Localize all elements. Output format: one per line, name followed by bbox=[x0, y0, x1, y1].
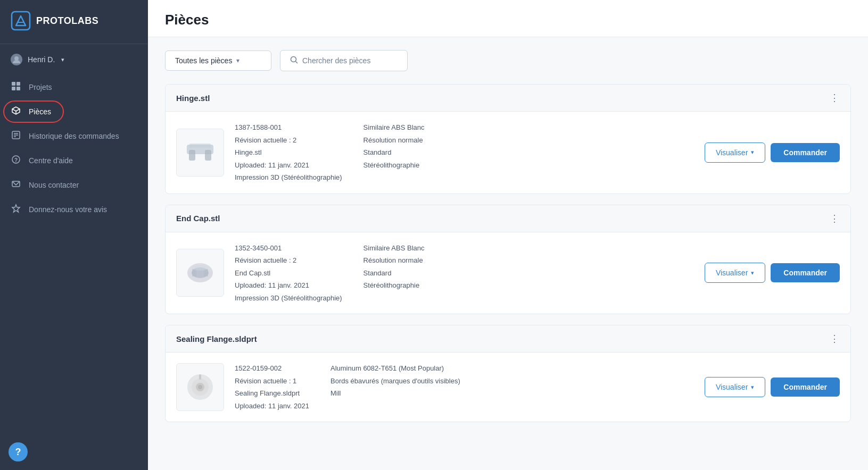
part-process: Impression 3D (Stéréolithographie) bbox=[235, 172, 342, 183]
sidebar: PROTOLABS Henri D. ▾ Projets bbox=[0, 0, 148, 470]
commander-button[interactable]: Commander bbox=[771, 263, 840, 282]
svg-rect-6 bbox=[12, 87, 15, 90]
part-reference: 1387-1588-001 bbox=[235, 122, 342, 133]
filter-select-label: Toutes les pièces bbox=[175, 56, 232, 65]
part-filename: Sealing Flange.sldprt bbox=[235, 388, 309, 399]
svg-rect-26 bbox=[204, 269, 208, 276]
part-reference: 1522-0159-002 bbox=[235, 363, 309, 374]
part-upload: Uploaded: 11 janv. 2021 bbox=[235, 280, 342, 291]
star-icon bbox=[11, 204, 21, 215]
part-material: Similaire ABS Blanc bbox=[363, 122, 425, 133]
sidebar-item-avis[interactable]: Donnez-nous votre avis bbox=[0, 197, 148, 222]
sidebar-item-pieces[interactable]: Pièces bbox=[0, 99, 148, 124]
visualiser-button[interactable]: Visualiser ▾ bbox=[705, 142, 765, 163]
commander-button[interactable]: Commander bbox=[771, 377, 840, 397]
visualiser-label: Visualiser bbox=[716, 268, 748, 277]
sidebar-item-label: Pièces bbox=[29, 107, 51, 116]
svg-marker-1 bbox=[16, 16, 26, 26]
part-finish: Standard bbox=[363, 268, 425, 279]
sidebar-item-label: Projets bbox=[29, 83, 52, 91]
sidebar-bottom: ? bbox=[0, 434, 148, 470]
sidebar-item-historique[interactable]: Historique des commandes bbox=[0, 124, 148, 148]
part-material: Aluminum 6082-T651 (Most Popular) bbox=[330, 363, 460, 374]
part-actions: Visualiser ▾ Commander bbox=[691, 263, 840, 283]
sidebar-item-contact[interactable]: Nous contacter bbox=[0, 173, 148, 197]
svg-point-3 bbox=[14, 56, 19, 61]
part-info-col-left: 1522-0159-002 Révision actuelle : 1 Seal… bbox=[235, 363, 309, 411]
part-revision: Révision actuelle : 2 bbox=[235, 135, 342, 146]
part-thumbnail-img bbox=[181, 368, 219, 406]
part-thumbnail bbox=[176, 363, 224, 411]
part-card-body: 1387-1588-001 Révision actuelle : 2 Hing… bbox=[166, 112, 850, 194]
page-header: Pièces bbox=[148, 0, 868, 37]
sidebar-item-projets[interactable]: Projets bbox=[0, 75, 148, 99]
part-card-header: Sealing Flange.sldprt ⋮ bbox=[166, 325, 850, 352]
part-info-col-right: Similaire ABS Blanc Résolution normale S… bbox=[363, 243, 425, 304]
part-thumbnail bbox=[176, 249, 224, 297]
part-filename: Hinge.stl bbox=[235, 147, 342, 158]
chevron-down-icon: ▾ bbox=[236, 57, 239, 64]
part-info: 1352-3450-001 Révision actuelle : 2 End … bbox=[235, 243, 680, 304]
visualiser-button[interactable]: Visualiser ▾ bbox=[705, 263, 765, 283]
sidebar-item-centre[interactable]: ? Centre d'aide bbox=[0, 148, 148, 173]
part-material: Similaire ABS Blanc bbox=[363, 243, 425, 254]
part-revision: Révision actuelle : 1 bbox=[235, 376, 309, 387]
logo-text: PROTOLABS bbox=[36, 15, 98, 27]
sidebar-item-label: Centre d'aide bbox=[29, 156, 73, 165]
part-info: 1522-0159-002 Révision actuelle : 1 Seal… bbox=[235, 363, 680, 411]
part-reference: 1352-3450-001 bbox=[235, 243, 342, 254]
more-options-button[interactable]: ⋮ bbox=[830, 213, 840, 224]
svg-rect-4 bbox=[12, 82, 15, 86]
part-title: End Cap.stl bbox=[176, 214, 220, 223]
content-area: Toutes les pièces ▾ Chercher des pièces … bbox=[148, 37, 868, 470]
part-upload: Uploaded: 11 janv. 2021 bbox=[235, 160, 342, 171]
chevron-down-icon: ▾ bbox=[751, 149, 754, 156]
svg-point-27 bbox=[193, 265, 208, 271]
user-name: Henri D. bbox=[28, 55, 55, 64]
part-resolution: Résolution normale bbox=[363, 255, 425, 266]
more-options-button[interactable]: ⋮ bbox=[830, 333, 840, 345]
more-options-button[interactable]: ⋮ bbox=[830, 92, 840, 104]
svg-rect-5 bbox=[16, 82, 20, 86]
search-bar[interactable]: Chercher des pièces bbox=[280, 50, 408, 71]
commander-button[interactable]: Commander bbox=[771, 143, 840, 162]
part-card-flange: Sealing Flange.sldprt ⋮ 1522-0159-002 bbox=[165, 325, 851, 422]
main-content: Pièces Toutes les pièces ▾ Chercher des … bbox=[148, 0, 868, 470]
page-title: Pièces bbox=[165, 12, 851, 28]
part-tech: Stéréolithographie bbox=[363, 280, 425, 291]
part-card-hinge: Hinge.stl ⋮ 1387-1588-001 Révision actue… bbox=[165, 84, 851, 194]
help-button[interactable]: ? bbox=[9, 442, 28, 461]
visualiser-button[interactable]: Visualiser ▾ bbox=[705, 377, 765, 397]
part-upload: Uploaded: 11 janv. 2021 bbox=[235, 401, 309, 412]
part-actions: Visualiser ▾ Commander bbox=[691, 377, 840, 397]
svg-marker-16 bbox=[12, 205, 20, 212]
contact-icon bbox=[11, 179, 21, 191]
part-resolution: Bords ébavurés (marques d'outils visible… bbox=[330, 376, 460, 387]
part-process: Impression 3D (Stéréolithographie) bbox=[235, 293, 342, 304]
part-info-col-right: Aluminum 6082-T651 (Most Popular) Bords … bbox=[330, 363, 460, 411]
svg-rect-7 bbox=[16, 87, 20, 90]
part-tech: Stéréolithographie bbox=[363, 160, 425, 171]
svg-rect-25 bbox=[192, 269, 196, 276]
sidebar-logo: PROTOLABS bbox=[0, 0, 148, 44]
historique-icon bbox=[11, 130, 21, 142]
filter-select[interactable]: Toutes les pièces ▾ bbox=[165, 51, 271, 71]
search-placeholder: Chercher des pièces bbox=[302, 56, 370, 65]
part-card-body: 1522-0159-002 Révision actuelle : 1 Seal… bbox=[166, 352, 850, 422]
svg-rect-20 bbox=[189, 150, 195, 161]
part-actions: Visualiser ▾ Commander bbox=[691, 142, 840, 163]
pieces-icon bbox=[11, 106, 21, 118]
part-finish: Standard bbox=[363, 147, 425, 158]
part-info-col-right: Similaire ABS Blanc Résolution normale S… bbox=[363, 122, 425, 183]
svg-rect-0 bbox=[12, 12, 30, 30]
protolabs-logo-icon bbox=[11, 11, 31, 31]
user-menu[interactable]: Henri D. ▾ bbox=[0, 48, 148, 71]
part-thumbnail-img bbox=[181, 254, 219, 291]
part-title: Sealing Flange.sldprt bbox=[176, 334, 257, 343]
chevron-down-icon: ▾ bbox=[751, 270, 754, 276]
sidebar-item-label: Nous contacter bbox=[29, 181, 79, 189]
svg-point-31 bbox=[198, 385, 202, 389]
part-filename: End Cap.stl bbox=[235, 268, 342, 279]
svg-rect-32 bbox=[199, 374, 201, 380]
part-info: 1387-1588-001 Révision actuelle : 2 Hing… bbox=[235, 122, 680, 183]
